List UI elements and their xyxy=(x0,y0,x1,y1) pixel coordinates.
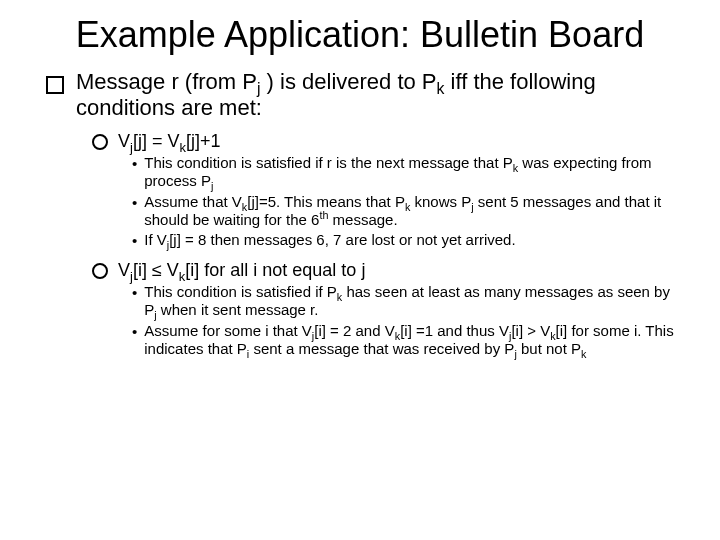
t: Assume that V xyxy=(144,193,242,210)
t: but not P xyxy=(517,340,581,357)
t: message. xyxy=(328,211,397,228)
t: [i] > V xyxy=(511,322,550,339)
t: Assume for some i that Vj[i] = 2 and Vk[… xyxy=(144,322,680,359)
list-item: • This condition is satisfied if r is th… xyxy=(132,154,680,191)
t: [j] = V xyxy=(133,131,180,151)
t: [i] ≤ V xyxy=(133,260,179,280)
square-bullet-icon xyxy=(46,76,64,94)
t: This condition is satisfied if Pk has se… xyxy=(144,283,680,320)
t: [j]+1 xyxy=(186,131,221,151)
bullet-cond1: Vj[j] = Vk[j]+1 xyxy=(92,131,680,152)
t: [j]=5. This means that P xyxy=(247,193,405,210)
t: knows P xyxy=(410,193,471,210)
t: sent a message that was received by P xyxy=(249,340,514,357)
t: [i] for all i not equal to j xyxy=(185,260,365,280)
list-item: • Assume that Vk[j]=5. This means that P… xyxy=(132,193,680,230)
t: V xyxy=(118,260,130,280)
t: This condition is satisfied if P xyxy=(144,283,337,300)
sub: k xyxy=(581,348,586,360)
t: when it sent message r. xyxy=(157,301,319,318)
cond1-details: • This condition is satisfied if r is th… xyxy=(132,154,680,250)
t: [i] =1 and thus V xyxy=(400,322,509,339)
t: If V xyxy=(144,231,167,248)
dot-bullet-icon: • xyxy=(132,155,137,173)
bullet-cond2-text: Vj[i] ≤ Vk[i] for all i not equal to j xyxy=(118,260,365,281)
list-item: • If Vj[j] = 8 then messages 6, 7 are lo… xyxy=(132,231,680,250)
bullet-main-text: Message r (from Pj ) is delivered to Pk … xyxy=(76,69,680,121)
dot-bullet-icon: • xyxy=(132,232,137,250)
cond2-details: • This condition is satisfied if Pk has … xyxy=(132,283,680,358)
bullet-cond2: Vj[i] ≤ Vk[i] for all i not equal to j xyxy=(92,260,680,281)
t: Message r (from P xyxy=(76,69,257,94)
t: ) is delivered to P xyxy=(260,69,436,94)
list-item: • This condition is satisfied if Pk has … xyxy=(132,283,680,320)
t: If Vj[j] = 8 then messages 6, 7 are lost… xyxy=(144,231,515,249)
t: Assume that Vk[j]=5. This means that Pk … xyxy=(144,193,680,230)
dot-bullet-icon: • xyxy=(132,194,137,212)
t: [i] = 2 and V xyxy=(314,322,394,339)
circle-bullet-icon xyxy=(92,134,108,150)
t: This condition is satisfied if r is the … xyxy=(144,154,513,171)
slide-title: Example Application: Bulletin Board xyxy=(40,14,680,55)
t: Assume for some i that V xyxy=(144,322,312,339)
dot-bullet-icon: • xyxy=(132,284,137,302)
t: V xyxy=(118,131,130,151)
sub: j xyxy=(211,180,213,192)
list-item: • Assume for some i that Vj[i] = 2 and V… xyxy=(132,322,680,359)
circle-bullet-icon xyxy=(92,263,108,279)
bullet-main: Message r (from Pj ) is delivered to Pk … xyxy=(46,69,680,121)
t: [j] = 8 then messages 6, 7 are lost or n… xyxy=(169,231,515,248)
slide: Example Application: Bulletin Board Mess… xyxy=(0,0,720,540)
bullet-cond1-text: Vj[j] = Vk[j]+1 xyxy=(118,131,220,152)
t: This condition is satisfied if r is the … xyxy=(144,154,680,191)
dot-bullet-icon: • xyxy=(132,323,137,341)
